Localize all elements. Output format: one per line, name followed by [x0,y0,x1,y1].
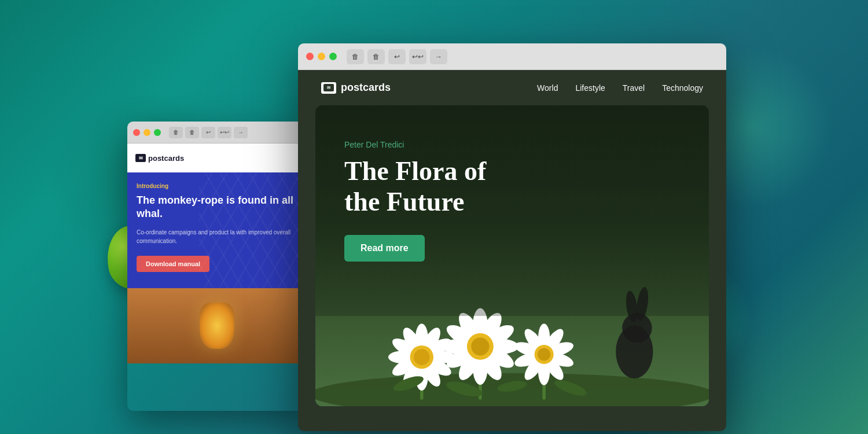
front-trash-btn[interactable]: 🗑 [367,49,385,64]
front-logo-text: postcards [341,82,391,94]
hero-title: The Flora of the Future [344,156,680,218]
front-window: 🗑 🗑 ↩ ↩↩ → postcards World Lifestyle Tra… [298,43,726,431]
svg-point-30 [471,337,489,355]
logo-box [321,82,336,94]
svg-point-15 [414,349,430,365]
back-all-btn[interactable]: ↩↩ [218,127,231,138]
postcards-logo-back: postcards [135,154,184,163]
front-traffic-light-green[interactable] [329,53,337,60]
logo-box-inner [323,84,334,91]
front-back-all-btn[interactable]: ↩↩ [409,49,426,64]
front-window-titlebar: 🗑 🗑 ↩ ↩↩ → [298,43,726,70]
hero-title-line2: the Future [344,187,464,216]
hero-title-line1: The Flora of [344,156,486,186]
front-traffic-light-yellow[interactable] [318,53,325,60]
postcards-logo-front: postcards [321,82,391,94]
front-delete-btn[interactable]: 🗑 [347,49,364,64]
front-traffic-light-red[interactable] [306,53,314,60]
front-back-btn[interactable]: ↩ [388,49,406,64]
blue-pattern [199,172,307,288]
nav-link-travel[interactable]: Travel [623,83,645,93]
nav-link-technology[interactable]: Technology [662,83,703,93]
titlebar-controls: 🗑 🗑 ↩ ↩↩ → [169,127,248,138]
newsletter-nav: postcards World Lifestyle Travel Technol… [298,70,726,105]
traffic-light-yellow[interactable] [144,129,150,136]
back-window-titlebar: 🗑 🗑 ↩ ↩↩ → [127,122,307,144]
lantern-decoration [200,303,234,349]
back-window: 🗑 🗑 ↩ ↩↩ → postcards Introducing The mon… [127,122,307,411]
front-titlebar-controls: 🗑 🗑 ↩ ↩↩ → [347,49,447,64]
front-forward-btn[interactable]: → [430,49,447,64]
nav-link-world[interactable]: World [537,83,558,93]
logo-icon [135,154,146,162]
traffic-light-green[interactable] [154,129,161,136]
logo-text: postcards [148,154,184,163]
hero-author: Peter Del Tredici [344,140,680,149]
nav-links: World Lifestyle Travel Technology [537,83,703,93]
delete-btn[interactable]: 🗑 [169,127,183,138]
email-footer-image [127,288,307,363]
email-hero: Introducing The monkey-rope is found in … [127,172,307,288]
hero-text-container: Peter Del Tredici The Flora of the Futur… [344,140,680,262]
read-more-button[interactable]: Read more [344,235,425,262]
newsletter-hero: Peter Del Tredici The Flora of the Futur… [315,105,709,406]
email-logo-bar: postcards [127,144,307,172]
back-btn[interactable]: ↩ [201,127,215,138]
newsletter-body: postcards World Lifestyle Travel Technol… [298,70,726,431]
trash-btn[interactable]: 🗑 [185,127,199,138]
svg-point-43 [538,348,550,361]
traffic-light-red[interactable] [133,129,140,136]
nav-link-lifestyle[interactable]: Lifestyle [575,83,605,93]
forward-btn[interactable]: → [234,127,248,138]
svg-point-49 [622,313,652,343]
